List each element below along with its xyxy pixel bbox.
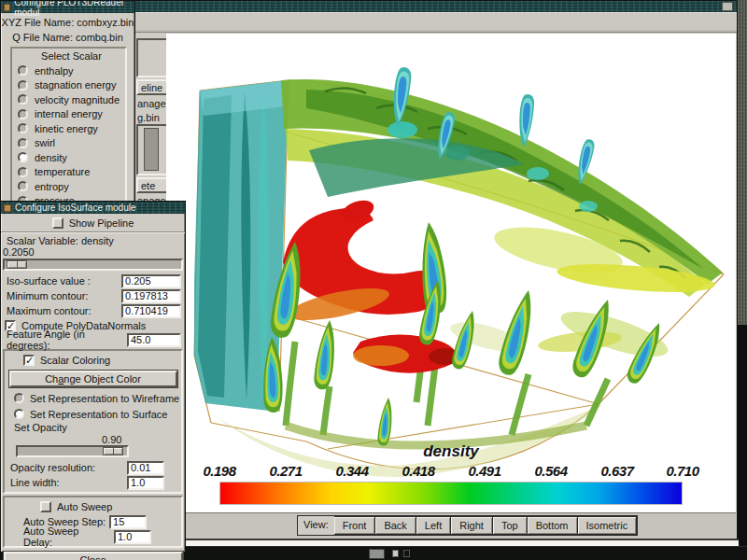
leaf-isosurface [313, 319, 338, 390]
scale-value-label: 0.2050 [1, 246, 185, 259]
set-opacity-label: Set Opacity [5, 422, 181, 434]
min-contour-input[interactable] [121, 289, 181, 303]
surface-radio-row[interactable]: Set Representation to Surface [5, 406, 181, 422]
view-left-button[interactable]: Left [416, 516, 451, 535]
show-pipeline-button-fragment[interactable]: eline [136, 79, 166, 95]
legend-colorbar [219, 482, 683, 505]
show-pipeline-row[interactable]: Show Pipeline [1, 214, 185, 232]
desktop: eline anager g.bin ete anager [0, 0, 747, 560]
isovalue-input[interactable] [121, 274, 181, 288]
render-viewport[interactable]: density 0.198 0.271 0.344 0.418 0.491 0.… [166, 34, 736, 512]
view-front-button[interactable]: Front [334, 516, 376, 535]
scalar-radio-enthalpy[interactable]: enthalpy [18, 63, 125, 78]
button-label: eline [141, 82, 162, 93]
window-menu-icon[interactable] [4, 4, 10, 11]
legend-tick: 0.271 [269, 463, 302, 479]
view-bottom-button[interactable]: Bottom [528, 516, 578, 535]
scalar-radio-entropy[interactable]: entropy [18, 179, 125, 194]
radio-indicator[interactable] [18, 65, 28, 76]
window-menu-icon[interactable] [4, 204, 11, 212]
module-listbox-fragment[interactable] [136, 124, 166, 175]
legend-tick: 0.637 [600, 463, 633, 479]
pager-thumb[interactable] [369, 549, 385, 559]
appearance-frame: ✓ Scalar Coloring Change Object Color Se… [3, 349, 183, 494]
legend-tick: 0.198 [203, 463, 235, 479]
isosurface-rendering[interactable] [166, 34, 736, 512]
main-window-titlebar[interactable] [134, 1, 737, 13]
delete-button-fragment[interactable]: ete [136, 177, 166, 193]
scalar-radio-swirl[interactable]: swirl [18, 136, 125, 151]
legend-tick: 0.564 [534, 463, 567, 479]
show-pipeline-checkbox[interactable] [52, 217, 63, 229]
line-width-input[interactable] [127, 476, 164, 490]
listbox-scrollbar-thumb[interactable] [144, 128, 159, 171]
auto-sweep-checkbox[interactable] [40, 501, 51, 512]
panel-listbox-fragment[interactable] [136, 38, 166, 77]
field-label: Opacity resolution: [10, 462, 127, 473]
pager-widget[interactable] [392, 550, 399, 557]
radio-label: internal energy [35, 108, 103, 119]
view-isometric-button[interactable]: Isometric [578, 516, 638, 535]
scalar-coloring-row[interactable]: ✓ Scalar Coloring [5, 353, 181, 368]
auto-sweep-step-input[interactable] [109, 515, 147, 529]
select-scalar-frame: Select Scalar enthalpy stagnation energy… [10, 47, 127, 203]
radio-indicator-selected[interactable] [18, 152, 28, 162]
scalar-radio-internal-energy[interactable]: internal energy [18, 107, 125, 122]
radio-label: kinetic energy [35, 123, 98, 134]
scalar-radio-velocity-magnitude[interactable]: velocity magnitude [18, 92, 125, 107]
stems [286, 309, 608, 435]
opacity-value-label: 0.90 [5, 434, 181, 445]
feature-angle-input[interactable] [127, 333, 181, 347]
view-top-button[interactable]: Top [493, 516, 528, 535]
radio-label: swirl [35, 137, 55, 148]
legend-tick: 0.710 [666, 463, 698, 479]
opacity-resolution-input[interactable] [127, 461, 164, 475]
max-contour-input[interactable] [121, 304, 181, 318]
change-object-color-button[interactable]: Change Object Color [9, 371, 177, 387]
field-label: Auto Sweep Delay: [23, 525, 110, 548]
wireframe-radio-row[interactable]: Set Representation to Wireframe [5, 390, 181, 406]
radio-label: stagnation energy [35, 79, 116, 91]
window-resize-widget[interactable] [722, 2, 733, 11]
slider-thumb[interactable] [7, 260, 27, 269]
isovalue-slider[interactable] [3, 259, 183, 271]
view-label: View: [298, 516, 334, 535]
legend-title: density [204, 442, 698, 461]
iso-dialog-titlebar[interactable]: Configure IsoSurface module [1, 202, 185, 214]
file-name-fragment: g.bin [137, 112, 160, 123]
radio-indicator[interactable] [18, 138, 28, 148]
auto-sweep-row[interactable]: Auto Sweep [5, 499, 181, 514]
close-button[interactable]: Close [4, 552, 183, 560]
auto-sweep-delay-input[interactable] [114, 530, 151, 544]
scalar-radio-temperature[interactable]: temperature [18, 165, 125, 180]
radio-indicator[interactable] [18, 167, 28, 177]
slider-thumb[interactable] [103, 447, 123, 455]
radio-indicator[interactable] [18, 80, 28, 91]
button-label: lose [87, 554, 106, 560]
radio-label: velocity magnitude [35, 94, 120, 105]
view-toolbar-row: View: Front Back Left Right Top Bottom I… [166, 512, 736, 538]
scalar-variable-label: Scalar Variable: density [1, 232, 185, 246]
radio-indicator[interactable] [18, 94, 28, 105]
opacity-slider[interactable] [16, 445, 129, 457]
menubar [134, 13, 737, 33]
surface-radio-selected[interactable] [14, 409, 24, 419]
scalar-radio-stagnation-energy[interactable]: stagnation energy [18, 78, 125, 93]
scalar-radio-kinetic-energy[interactable]: kinetic energy [18, 121, 125, 136]
field-label: Minimum contour: [7, 290, 121, 301]
scalar-radio-density[interactable]: density [18, 150, 125, 165]
plot3d-dialog-titlebar[interactable]: Configure PLOT3DReader modul [1, 1, 134, 13]
view-toolbar: View: Front Back Left Right Top Bottom I… [297, 515, 638, 536]
view-back-button[interactable]: Back [375, 516, 416, 535]
view-right-button[interactable]: Right [451, 516, 493, 535]
radio-indicator[interactable] [18, 123, 28, 133]
radio-indicator[interactable] [18, 109, 28, 119]
radio-label: temperature [35, 166, 90, 177]
button-label: nge Object Color [63, 373, 141, 385]
legend-tick: 0.344 [335, 463, 368, 479]
radio-indicator[interactable] [18, 181, 28, 191]
scalar-coloring-checkbox[interactable]: ✓ [23, 355, 35, 366]
pager-widget[interactable] [403, 550, 410, 557]
min-contour-field-row: Minimum contour: [1, 288, 185, 303]
wireframe-radio[interactable] [14, 393, 24, 403]
